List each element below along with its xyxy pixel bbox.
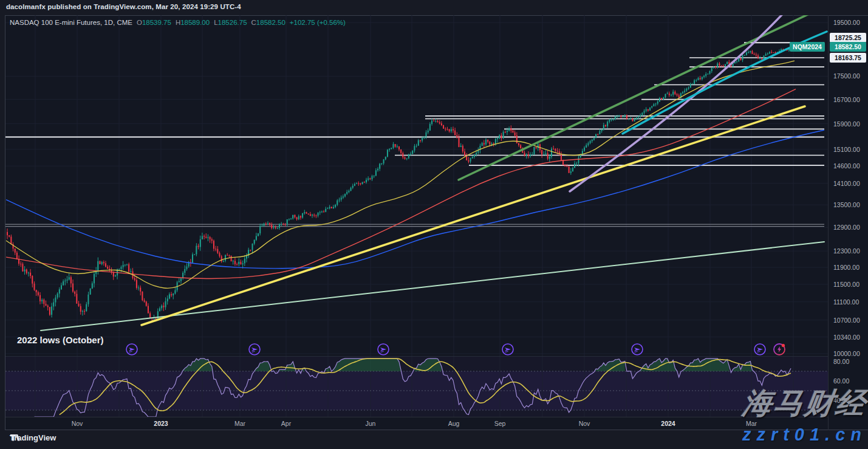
ohlc-value: 18526.75 <box>218 19 247 26</box>
price-axis[interactable]: 19500.0017500.0016700.0015900.0015100.00… <box>828 15 868 430</box>
ohlc-key: O <box>137 19 142 26</box>
tradingview-logo-icon <box>10 433 20 442</box>
time-axis-label: Mar <box>234 420 245 427</box>
price-axis-tick: 10340.00 <box>833 334 860 341</box>
price-axis-tick: 10000.00 <box>833 350 860 357</box>
watermark-site-url: zzrt01.cn <box>742 425 867 445</box>
ma-blue-line <box>6 130 824 269</box>
time-axis-label: Nov <box>579 420 590 427</box>
time-axis-label: Nov <box>72 420 83 427</box>
price-axis-tick: 12300.00 <box>833 247 860 255</box>
time-axis-label: Jun <box>366 420 376 427</box>
trendlines <box>41 15 827 331</box>
rsi-pane[interactable] <box>5 357 828 417</box>
lows-annotation: 2022 lows (October) <box>17 335 104 345</box>
symbol-legend: NASDAQ 100 E-mini Futures, 1D, CMEO18539… <box>10 19 346 26</box>
ohlc-key: H <box>176 19 180 26</box>
price-axis-tick: 14100.00 <box>833 180 860 187</box>
price-axis-tick: 11100.00 <box>833 298 859 306</box>
contract-price-label: NQM2024 <box>790 42 825 52</box>
price-badge-white: 18163.75 <box>830 53 866 63</box>
time-axis-label: Apr <box>281 420 291 427</box>
price-badge-white: 18725.25 <box>830 33 866 43</box>
price-axis-tick: 11900.00 <box>833 264 859 271</box>
ohlc-value: 18589.00 <box>180 19 210 26</box>
watermark-site-name: 海马财经 <box>740 384 868 423</box>
ohlc-key: C <box>251 19 256 26</box>
ma-blue <box>6 130 824 269</box>
ohlc-value: 18582.50 <box>256 19 285 26</box>
time-axis-label: 2024 <box>661 420 675 427</box>
ma-red-line <box>6 89 796 279</box>
price-axis-tick: 14600.00 <box>833 162 860 170</box>
support-resistance-levels <box>5 43 824 226</box>
candlestick-series <box>7 46 791 321</box>
holiday-airplane-icon[interactable] <box>378 344 389 355</box>
event-icons <box>126 344 785 355</box>
flash-streak-icon[interactable] <box>774 344 785 355</box>
tradingview-footer[interactable]: TradingView <box>10 433 56 442</box>
2022-low-trendline[interactable] <box>142 106 805 325</box>
price-axis-tick: 19500.00 <box>833 19 860 26</box>
time-axis[interactable]: Nov2023MarAprJunAugSepNov2024Mar <box>5 417 828 430</box>
long-term-support[interactable] <box>41 242 824 331</box>
price-axis-tick: 17500.00 <box>833 72 860 80</box>
notification-dot <box>782 344 785 347</box>
ohlc-values: O18539.75H18589.00L18526.75C18582.50 <box>132 19 285 26</box>
price-axis-tick: 15900.00 <box>833 120 860 128</box>
price-axis-tick: 15100.00 <box>833 146 860 153</box>
holiday-airplane-icon[interactable] <box>754 344 765 355</box>
price-axis-tick: 11500.00 <box>833 281 859 288</box>
pane-divider[interactable] <box>5 356 828 357</box>
price-axis-tick: 13500.00 <box>833 201 860 208</box>
ohlc-value: 18539.75 <box>142 19 171 26</box>
price-axis-tick: 16700.00 <box>833 96 860 103</box>
rsi-axis-tick: 80.00 <box>833 358 849 365</box>
grid <box>5 15 828 356</box>
holiday-airplane-icon[interactable] <box>502 344 513 355</box>
time-axis-label: Aug <box>448 420 460 427</box>
holiday-airplane-icon[interactable] <box>126 344 137 355</box>
holiday-airplane-icon[interactable] <box>249 344 260 355</box>
main-price-pane[interactable] <box>5 15 828 356</box>
change-value: +102.75 (+0.56%) <box>290 19 346 26</box>
holiday-airplane-icon[interactable] <box>632 344 643 355</box>
symbol-title: NASDAQ 100 E-mini Futures, 1D, CME <box>10 19 132 26</box>
price-axis-tick: 10700.00 <box>833 317 860 324</box>
tradingview-snapshot: dacolmanfx published on TradingView.com,… <box>0 0 868 449</box>
published-bar: dacolmanfx published on TradingView.com,… <box>6 3 241 10</box>
ma-red <box>6 89 796 279</box>
time-axis-label: 2023 <box>154 420 168 427</box>
price-badge-teal: 18582.50 <box>830 42 866 52</box>
rsi-overbought-fill <box>333 358 401 371</box>
time-axis-label: Sep <box>494 420 506 427</box>
price-axis-tick: 12900.00 <box>833 224 860 231</box>
